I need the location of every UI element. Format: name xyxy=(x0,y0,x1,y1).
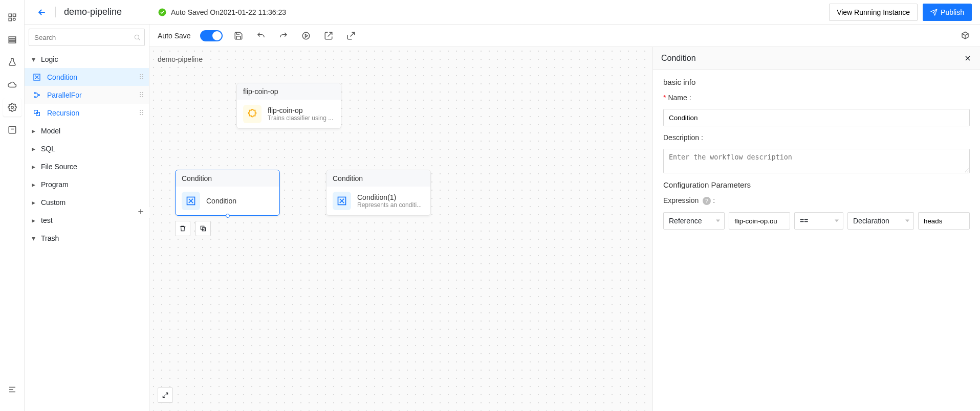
rail-cloud-icon[interactable] xyxy=(3,76,21,94)
palette-group-logic[interactable]: ▾Logic xyxy=(25,50,149,68)
svg-point-3 xyxy=(13,18,15,21)
node-title: flip-coin-op xyxy=(268,106,335,115)
condition-icon xyxy=(333,192,351,210)
panel-title: Condition xyxy=(661,54,696,63)
node-condition-1[interactable]: Condition Condition(1) Represents an con… xyxy=(326,170,431,216)
canvas-title: demo-pipeline xyxy=(158,55,203,63)
recursion-icon xyxy=(33,109,41,117)
palette-group-sql[interactable]: ▸SQL xyxy=(25,140,149,157)
copy-node-button[interactable] xyxy=(195,221,211,236)
back-button[interactable] xyxy=(37,7,47,17)
svg-point-12 xyxy=(34,92,36,94)
svg-point-17 xyxy=(302,32,310,39)
node-flip-coin-op[interactable]: flip-coin-op flip-coin-op Trains classif… xyxy=(236,83,341,129)
node-title: Condition(1) xyxy=(357,193,424,201)
svg-rect-8 xyxy=(9,126,16,133)
palette-item-recursion[interactable]: Recursion ⠿ xyxy=(25,104,149,122)
svg-point-10 xyxy=(135,35,139,39)
name-field-label: *Name : xyxy=(663,94,970,102)
condition-icon xyxy=(33,73,41,81)
svg-rect-0 xyxy=(9,14,11,16)
add-category-button[interactable] xyxy=(137,208,145,216)
description-field-label: Description : xyxy=(663,133,970,142)
svg-point-13 xyxy=(34,96,36,98)
rail-data-icon[interactable] xyxy=(3,31,21,49)
run-icon[interactable] xyxy=(299,29,313,42)
svg-rect-2 xyxy=(9,18,11,21)
description-input[interactable] xyxy=(663,149,970,173)
node-header: Condition xyxy=(176,170,279,187)
condition-icon xyxy=(182,192,200,210)
expression-operator-select[interactable]: == xyxy=(794,212,843,230)
export-icon[interactable] xyxy=(322,29,335,42)
rail-settings-icon[interactable] xyxy=(3,98,21,117)
parallel-icon xyxy=(33,91,41,99)
node-header: flip-coin-op xyxy=(237,83,341,100)
palette-group-trash[interactable]: ▾Trash xyxy=(25,229,149,247)
close-panel-button[interactable] xyxy=(964,54,972,62)
page-title: demo-pipeline xyxy=(55,7,122,17)
name-input[interactable] xyxy=(663,109,970,126)
search-input[interactable] xyxy=(29,29,145,46)
palette-item-condition[interactable]: Condition ⠿ xyxy=(25,68,149,86)
search-icon xyxy=(134,34,141,41)
svg-point-7 xyxy=(11,106,13,109)
palette-group-model[interactable]: ▸Model xyxy=(25,122,149,140)
section-config-params: Configuration Parameters xyxy=(663,180,970,189)
help-icon[interactable]: ? xyxy=(703,197,711,205)
expression-right-type-select[interactable]: Declaration xyxy=(847,212,914,230)
palette-group-custom[interactable]: ▸Custom xyxy=(25,193,149,211)
node-output-port[interactable] xyxy=(226,214,230,218)
rail-collapse-icon[interactable] xyxy=(3,380,21,399)
drag-handle-icon[interactable]: ⠿ xyxy=(139,73,144,81)
expression-left-type-select[interactable]: Reference xyxy=(663,212,725,230)
send-icon xyxy=(930,9,938,16)
auto-save-label: Auto Save xyxy=(158,32,191,40)
auto-saved-label: Auto Saved On2021-01-22 11:36:23 xyxy=(171,8,286,16)
publish-button[interactable]: Publish xyxy=(923,4,972,21)
node-header: Condition xyxy=(326,170,430,187)
palette-group-test[interactable]: ▸test xyxy=(25,211,149,229)
cube-icon[interactable] xyxy=(959,29,972,42)
rail-experiment-icon[interactable] xyxy=(3,53,21,72)
rail-archive-icon[interactable] xyxy=(3,121,21,139)
palette-group-file-source[interactable]: ▸File Source xyxy=(25,157,149,175)
fullscreen-button[interactable] xyxy=(158,387,173,403)
expression-field-label: Expression ?: xyxy=(663,196,970,205)
rail-dashboard-icon[interactable] xyxy=(3,8,21,27)
puzzle-icon xyxy=(243,105,262,123)
delete-node-button[interactable] xyxy=(175,221,190,236)
drag-handle-icon[interactable]: ⠿ xyxy=(139,91,144,99)
svg-rect-1 xyxy=(13,14,15,16)
node-condition[interactable]: Condition Condition xyxy=(175,170,280,216)
expression-right-value-input[interactable] xyxy=(918,212,970,230)
svg-point-9 xyxy=(159,8,166,16)
redo-icon[interactable] xyxy=(277,29,290,42)
node-subtitle: Represents an conditi... xyxy=(357,201,424,209)
import-icon[interactable] xyxy=(344,29,358,42)
palette-item-parallelfor[interactable]: ParallelFor ⠿ xyxy=(25,86,149,104)
node-subtitle: Trains classifier using ... xyxy=(268,115,335,122)
palette-group-program[interactable]: ▸Program xyxy=(25,175,149,193)
node-title: Condition xyxy=(206,197,273,205)
expression-left-value-input[interactable] xyxy=(729,212,790,230)
pipeline-canvas[interactable]: demo-pipeline flip-coin-op flip-coin-op … xyxy=(149,47,652,411)
view-running-instance-button[interactable]: View Running Instance xyxy=(829,4,918,21)
svg-rect-6 xyxy=(9,41,16,43)
undo-icon[interactable] xyxy=(254,29,268,42)
svg-rect-5 xyxy=(9,39,16,41)
save-icon[interactable] xyxy=(232,29,245,42)
section-basic-info: basic info xyxy=(663,78,970,86)
auto-save-toggle[interactable] xyxy=(200,30,223,41)
svg-rect-4 xyxy=(9,37,16,38)
check-circle-icon xyxy=(158,8,167,17)
drag-handle-icon[interactable]: ⠿ xyxy=(139,109,144,117)
